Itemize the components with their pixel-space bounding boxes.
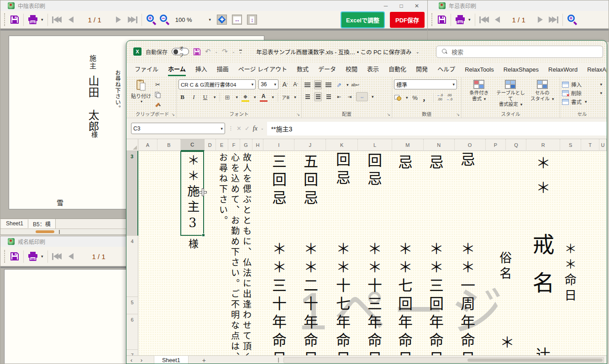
column-header[interactable]: G <box>240 139 252 151</box>
dialog-launcher-icon[interactable]: ↘ <box>296 112 300 117</box>
bold-button[interactable]: B <box>178 93 186 102</box>
sheet-grid[interactable]: 1ページ ＊＊施主3様お尋ね下さい。心を込めて、お勤め下さい。ご不明な点は、故人… <box>138 151 607 355</box>
ribbon-tab[interactable]: RelaxTools <box>465 66 494 76</box>
redo-button[interactable]: ↷ <box>222 47 228 56</box>
column-header[interactable]: R <box>526 139 560 151</box>
cell-styles-button[interactable]: セルの スタイル ▾ <box>527 80 558 111</box>
increase-font-button[interactable]: Aˆ <box>281 80 289 89</box>
close-button[interactable]: ✕ <box>410 3 424 9</box>
fit-height-button[interactable]: ↕ <box>247 15 257 25</box>
font-color-button[interactable]: A <box>260 93 268 102</box>
merge-center-dropdown[interactable]: ▾ <box>372 94 374 99</box>
ribbon-tab[interactable]: RelaxApps <box>587 66 607 76</box>
cell-L4[interactable]: ＊＊十三年命日日 <box>365 241 381 355</box>
column-header[interactable]: P <box>486 139 506 151</box>
column-header[interactable]: I <box>263 139 294 151</box>
decrease-font-button[interactable]: Aˇ <box>292 80 299 89</box>
cut-button[interactable]: ✂ <box>154 80 162 89</box>
column-header[interactable]: N <box>424 139 455 151</box>
column-header[interactable]: H <box>252 139 264 151</box>
zoom-level-dropdown[interactable]: ▾ <box>209 17 211 22</box>
undo-button[interactable]: ↶ <box>205 47 211 56</box>
formula-bar-splitter[interactable]: ⋮ <box>228 125 233 131</box>
autosave-toggle[interactable]: オフ <box>172 48 189 55</box>
prev-page-button[interactable] <box>68 253 74 260</box>
borders-dropdown[interactable]: ▾ <box>236 95 238 99</box>
quick-access-customize-button[interactable]: ⌄ <box>239 50 242 54</box>
zoom-out-button[interactable]: − <box>159 14 170 25</box>
merge-center-button[interactable]: ⇔ <box>356 92 368 101</box>
phonetic-guide-dropdown[interactable]: ▾ <box>294 95 296 99</box>
cancel-button[interactable]: ✕ <box>236 125 242 132</box>
column-header[interactable]: T <box>581 139 599 151</box>
print-button[interactable] <box>28 252 38 261</box>
zoom-in-button[interactable]: + <box>146 14 157 25</box>
ribbon-tab[interactable]: 表示 <box>367 64 379 76</box>
cell-M3[interactable]: 忌 <box>396 155 411 173</box>
dialog-launcher-icon[interactable]: ↘ <box>456 112 460 117</box>
cell-R4[interactable]: 戒名 <box>530 233 553 310</box>
print-button[interactable] <box>455 15 465 24</box>
cell-R3[interactable]: ＊＊ <box>534 156 549 205</box>
first-page-button[interactable] <box>52 253 62 260</box>
scroll-thumb[interactable] <box>36 230 54 233</box>
cell-L3[interactable]: 回忌 <box>365 153 381 189</box>
underline-button[interactable]: U <box>201 93 209 102</box>
zoom-in-button[interactable]: + <box>567 14 578 25</box>
format-as-table-button[interactable]: テーブルとして 書式設定 ▾ <box>495 80 526 111</box>
save-button[interactable] <box>437 15 446 24</box>
cell-K3[interactable]: 回忌 <box>334 152 349 188</box>
first-page-button[interactable] <box>479 16 489 23</box>
pdf-save-button[interactable]: PDF保存 <box>390 12 425 28</box>
insert-function-button[interactable]: fx <box>253 125 257 132</box>
increase-indent-button[interactable]: ⇥ <box>346 92 353 101</box>
print-dropdown[interactable]: ▾ <box>41 17 43 22</box>
sheet-tab-active[interactable]: Sheet1 <box>154 356 189 364</box>
cell-K4[interactable]: ＊＊十七年命日日 <box>334 241 349 355</box>
borders-button[interactable]: ⊞ <box>224 93 231 102</box>
conditional-formatting-button[interactable]: 条件付き 書式 ▾ <box>463 80 494 111</box>
insert-cells-button[interactable]: 挿入 ▾ <box>562 81 602 88</box>
align-right-button[interactable] <box>325 92 332 101</box>
comma-style-button[interactable]: ， <box>422 93 430 102</box>
accounting-dropdown[interactable]: ▾ <box>406 95 408 100</box>
underline-dropdown[interactable]: ▾ <box>214 95 216 99</box>
quick-save-button[interactable] <box>193 48 201 56</box>
search-box[interactable]: 検索 <box>436 46 603 58</box>
align-bottom-button[interactable] <box>325 80 332 89</box>
maximize-button[interactable]: □ <box>394 3 408 9</box>
dialog-launcher-icon[interactable]: ↘ <box>171 112 175 117</box>
row-header[interactable]: 6 <box>126 314 138 350</box>
print-button[interactable] <box>28 15 38 24</box>
cell-Q6[interactable]: ＊ <box>498 335 513 353</box>
next-page-button[interactable] <box>538 16 543 23</box>
cell-Q4[interactable]: 俗名 <box>498 251 511 282</box>
sheet-hscrollbar[interactable] <box>284 357 604 363</box>
column-header[interactable]: A <box>138 139 158 151</box>
ribbon-tab[interactable]: 自動化 <box>388 64 406 76</box>
cell-G3[interactable]: 故人を偲ぶとともに、仏法に出逢わせて頂く <box>242 153 251 355</box>
preview-tab-paper[interactable]: B5：横 <box>28 219 56 229</box>
ribbon-tab[interactable]: 校閲 <box>346 64 357 76</box>
next-page-button[interactable] <box>116 16 121 23</box>
ribbon-tab[interactable]: RelaxWord <box>548 66 578 76</box>
ribbon-tab[interactable]: RelaxShapes <box>504 66 539 76</box>
prev-page-button[interactable] <box>495 16 500 23</box>
formula-input[interactable]: **施主3 <box>267 122 607 135</box>
cell-E3[interactable]: お尋ね下さい。 <box>218 153 227 226</box>
column-header[interactable]: C <box>181 139 205 151</box>
percent-style-button[interactable]: % <box>411 93 419 102</box>
column-header[interactable]: K <box>326 139 358 151</box>
column-header[interactable]: J <box>294 139 326 151</box>
enter-button[interactable]: ✓ <box>245 125 250 132</box>
cell-C4[interactable]: 様 <box>187 239 197 250</box>
cell-R7[interactable]: 辻 <box>534 347 549 355</box>
cell-J4[interactable]: ＊＊二十年命日日 <box>301 241 317 355</box>
ribbon-tab[interactable]: 挿入 <box>195 64 207 76</box>
cell-J3[interactable]: 五回忌 <box>301 154 317 208</box>
print-dropdown[interactable]: ▾ <box>468 17 471 22</box>
font-name-combo[interactable]: CR C & G流麗行書体04▾ <box>178 79 256 89</box>
orientation-button[interactable]: ⇗ <box>335 80 343 89</box>
preview-tab-sheet[interactable]: Sheet1 <box>1 219 28 228</box>
column-header[interactable]: F <box>228 139 240 151</box>
